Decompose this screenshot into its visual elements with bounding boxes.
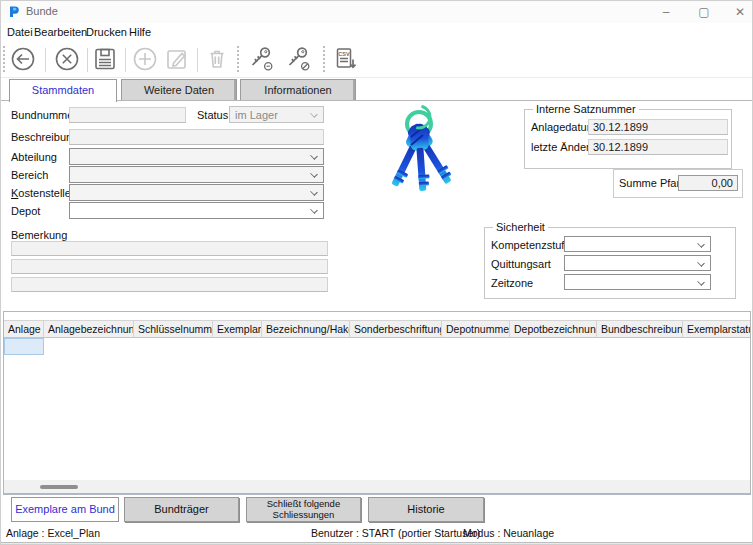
chevron-down-icon: [697, 240, 705, 248]
toolbar-separator: [45, 48, 46, 72]
kompetenzstufe-select[interactable]: [564, 236, 711, 252]
chevron-down-icon: [310, 110, 318, 118]
status-label: Status: [197, 109, 228, 121]
column-header[interactable]: Anlagebezeichnung: [44, 320, 134, 338]
tab-informationen[interactable]: Informationen: [240, 79, 356, 101]
status-modus: Modus : Neuanlage: [463, 527, 554, 539]
toolbar-separator: [87, 48, 88, 72]
bottom-tab-schliessungen[interactable]: Schließt folgende Schliessungen: [246, 497, 361, 522]
column-header[interactable]: Schlüsselnummer: [134, 320, 213, 338]
edit-icon: [163, 45, 191, 73]
column-header[interactable]: Depotnummer: [442, 320, 510, 338]
maximize-button[interactable]: ▢: [687, 1, 721, 23]
zeitzone-select[interactable]: [564, 274, 711, 290]
key-link-icon[interactable]: [244, 45, 277, 73]
toolbar-separator: [125, 48, 126, 72]
add-icon: [131, 45, 159, 73]
zeitzone-label: Zeitzone: [491, 277, 533, 289]
column-header[interactable]: Exemplar: [213, 320, 262, 338]
column-header[interactable]: Depotbezeichnung: [510, 320, 597, 338]
sicherheit-title: Sicherheit: [493, 221, 548, 233]
abteilung-label: Abteilung: [11, 151, 57, 163]
chevron-down-icon: [310, 206, 318, 214]
column-header[interactable]: Anlage: [4, 320, 44, 338]
bottom-tab-label: Bundträger: [154, 503, 208, 515]
kompetenzstufe-label: Kompetenzstufe: [491, 239, 571, 251]
bundnummer-label: Bundnummer: [11, 109, 77, 121]
bundnummer-input[interactable]: [69, 107, 186, 123]
toolbar-separator: [197, 48, 198, 72]
abteilung-select[interactable]: [69, 148, 324, 165]
beschreibung-input[interactable]: [69, 129, 324, 145]
menu-bearbeiten[interactable]: Bearbeiten: [31, 25, 90, 39]
anlagedatum-label: Anlagedatum: [531, 121, 596, 133]
summe-pfand-value: 0,00: [678, 175, 738, 191]
chevron-down-icon: [310, 152, 318, 160]
toolbar-grip: [3, 46, 5, 74]
back-icon[interactable]: [9, 45, 37, 73]
status-benutzer: Benutzer : START (portier Startuser): [311, 527, 480, 539]
save-icon[interactable]: [91, 45, 119, 73]
selected-cell[interactable]: [4, 338, 44, 355]
menu-drucken[interactable]: Drucken: [83, 25, 130, 39]
chevron-down-icon: [697, 259, 705, 267]
keys-image: [359, 105, 479, 215]
quittungsart-select[interactable]: [564, 255, 711, 271]
column-header[interactable]: Bezeichnung/Haken: [262, 320, 350, 338]
chevron-down-icon: [310, 170, 318, 178]
column-header[interactable]: Bundbeschreibung: [597, 320, 683, 338]
column-header[interactable]: Exemplarstatus: [683, 320, 750, 338]
tab-bar: Stammdaten Weitere Daten Informationen: [1, 79, 752, 101]
depot-label: Depot: [11, 205, 40, 217]
toolbar-separator-dotted: [237, 46, 239, 74]
quittungsart-label: Quittungsart: [491, 258, 551, 270]
chevron-down-icon: [697, 278, 705, 286]
bemerkung-input-1[interactable]: [11, 241, 328, 256]
bereich-select[interactable]: [69, 166, 324, 183]
horizontal-scrollbar[interactable]: [4, 480, 750, 493]
column-header[interactable]: Sonderbeschriftung: [350, 320, 442, 338]
app-logo-icon: [8, 5, 21, 18]
window-title: Bunde: [26, 5, 58, 17]
bottom-tab-label: Exemplare am Bund: [15, 503, 115, 515]
exemplare-table[interactable]: Anlage Anlagebezeichnung Schlüsselnummer…: [3, 311, 751, 495]
bemerkung-input-2[interactable]: [11, 259, 328, 274]
csv-export-icon[interactable]: CSV: [331, 45, 359, 73]
letzte-aenderung-value: 30.12.1899: [588, 139, 728, 155]
tab-stammdaten[interactable]: Stammdaten: [9, 79, 117, 102]
key-remove-icon[interactable]: [281, 45, 314, 73]
status-value: im Lager: [235, 109, 278, 121]
bereich-label: Bereich: [11, 169, 48, 181]
bottom-tab-historie[interactable]: Historie: [368, 497, 484, 522]
cancel-icon[interactable]: [53, 45, 81, 73]
bemerkung-input-3[interactable]: [11, 277, 328, 292]
bottom-tab-label: Schließt folgende Schliessungen: [267, 499, 340, 520]
bottom-tab-label: Historie: [407, 503, 444, 515]
close-button[interactable]: ✕: [723, 1, 753, 23]
stammdaten-panel: Bundnummer Status im Lager Beschreibung …: [1, 100, 753, 308]
menu-bar: Datei Bearbeiten Drucken Hilfe: [1, 23, 752, 42]
minimize-button[interactable]: –: [649, 1, 683, 23]
tab-weitere-daten[interactable]: Weitere Daten: [121, 79, 237, 101]
bottom-tab-bundtraeger[interactable]: Bundträger: [124, 497, 239, 522]
bottom-tab-exemplare-am-bund[interactable]: Exemplare am Bund: [11, 497, 119, 522]
chevron-down-icon: [310, 188, 318, 196]
scrollbar-thumb[interactable]: [40, 485, 78, 489]
title-bar: Bunde – ▢ ✕: [1, 1, 752, 23]
delete-icon: [203, 45, 231, 73]
svg-text:CSV: CSV: [338, 51, 350, 57]
status-bar: Anlage : Excel_Plan Benutzer : START (po…: [1, 524, 752, 542]
toolbar: CSV: [1, 42, 752, 78]
status-select: im Lager: [229, 106, 324, 123]
status-anlage: Anlage : Excel_Plan: [6, 527, 100, 539]
kostenstelle-label-rest: ostenstelle: [18, 187, 71, 199]
menu-hilfe[interactable]: Hilfe: [126, 25, 154, 39]
interne-satznummer-title: Interne Satznummer: [533, 103, 639, 115]
table-header-row: Anlage Anlagebezeichnung Schlüsselnummer…: [4, 320, 750, 338]
toolbar-separator-dotted: [323, 46, 325, 74]
depot-select[interactable]: [69, 202, 324, 219]
app-window: Bunde – ▢ ✕ Datei Bearbeiten Drucken Hil…: [0, 0, 753, 545]
kostenstelle-label: Kostenstelle: [11, 187, 71, 199]
kostenstelle-select[interactable]: [69, 184, 324, 201]
anlagedatum-value: 30.12.1899: [588, 119, 728, 135]
